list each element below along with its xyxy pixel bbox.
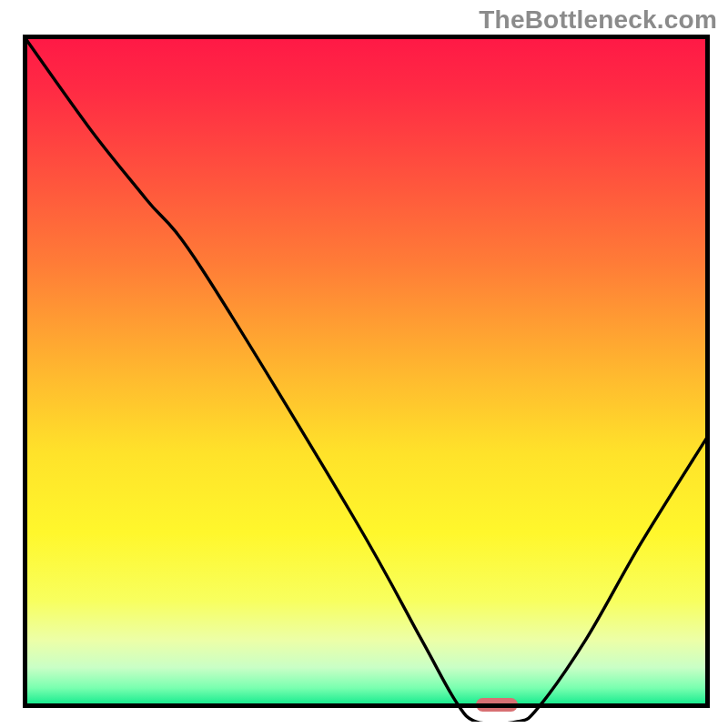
optimal-marker [476, 698, 517, 712]
curve-svg [23, 35, 710, 722]
watermark-text: TheBottleneck.com [479, 5, 717, 35]
bottleneck-curve [23, 35, 710, 722]
plot-area [23, 35, 710, 708]
